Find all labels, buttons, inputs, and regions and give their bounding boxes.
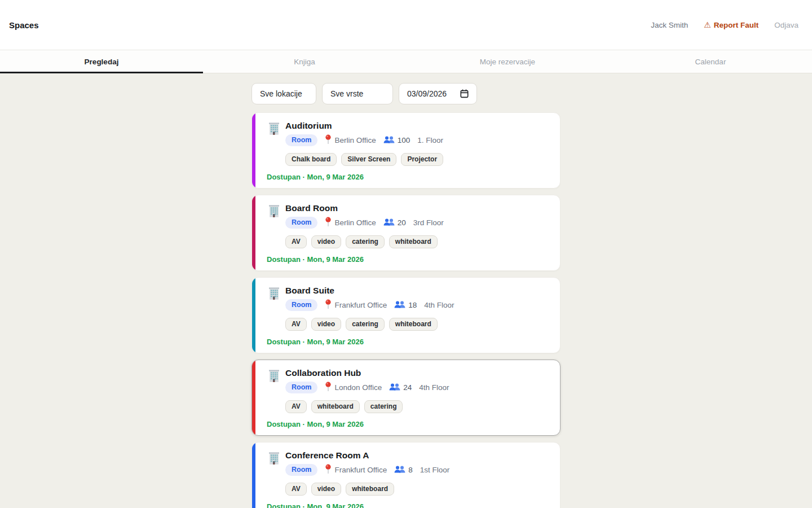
tab-calendar[interactable]: Calendar xyxy=(609,50,812,73)
room-tag: AV xyxy=(285,400,307,413)
room-tag: whiteboard xyxy=(346,483,394,496)
room-tag: whiteboard xyxy=(389,235,438,248)
filter-row: Sve lokacije Sve vrste 03/09/2026 xyxy=(251,83,561,104)
room-name: Collaboration Hub xyxy=(285,367,449,379)
room-tag: video xyxy=(311,318,341,331)
room-card[interactable]: Conference Room A Room Frankfurt Office … xyxy=(251,442,561,508)
room-accent-bar xyxy=(252,278,255,353)
capacity-icon xyxy=(394,301,405,310)
capacity-icon xyxy=(394,466,405,475)
room-card[interactable]: Board Room Room Berlin Office 20 xyxy=(251,195,561,271)
room-tag: whiteboard xyxy=(311,400,360,413)
room-location: Frankfurt Office xyxy=(334,466,387,474)
room-tag: catering xyxy=(346,235,385,248)
type-filter-select[interactable]: Sve vrste xyxy=(322,83,393,104)
room-floor: 4th Floor xyxy=(419,383,449,392)
location-pin-icon xyxy=(325,217,332,229)
room-tag: catering xyxy=(346,318,385,331)
room-capacity: 24 xyxy=(403,383,412,392)
room-card[interactable]: Board Suite Room Frankfurt Office 18 xyxy=(251,277,561,353)
room-status: Dostupan · Mon, 9 Mar 2026 xyxy=(267,338,549,346)
room-tag: whiteboard xyxy=(389,318,438,331)
room-name: Board Room xyxy=(285,203,444,214)
tab-label: Pregledaj xyxy=(85,58,119,66)
room-tag: video xyxy=(311,235,341,248)
room-status: Dostupan · Mon, 9 Mar 2026 xyxy=(267,502,549,508)
room-tags: AVvideocateringwhiteboard xyxy=(285,235,549,248)
type-filter-value: Sve vrste xyxy=(330,89,363,98)
room-floor: 1st Floor xyxy=(420,466,450,474)
room-floor: 4th Floor xyxy=(424,301,454,309)
header-actions: Jack Smith ⚠ Report Fault Odjava xyxy=(651,20,798,29)
building-icon xyxy=(267,121,281,136)
location-pin-icon xyxy=(325,134,332,146)
room-location: Berlin Office xyxy=(334,218,376,227)
location-pin-icon xyxy=(325,464,332,476)
room-name: Auditorium xyxy=(285,120,443,132)
room-tags: AVvideowhiteboard xyxy=(285,483,549,496)
report-fault-button[interactable]: ⚠ Report Fault xyxy=(704,20,758,29)
room-accent-bar xyxy=(252,360,255,435)
room-floor: 3rd Floor xyxy=(413,218,444,227)
tab-label: Moje rezervacije xyxy=(480,58,535,66)
room-floor: 1. Floor xyxy=(417,136,443,144)
room-capacity: 18 xyxy=(408,301,417,309)
tab-label: Calendar xyxy=(695,58,726,66)
capacity-icon xyxy=(383,218,395,227)
room-accent-bar xyxy=(252,113,255,188)
room-tags: Chalk boardSilver ScreenProjector xyxy=(285,153,549,166)
room-tags: AVwhiteboardcatering xyxy=(285,400,549,413)
room-name: Board Suite xyxy=(285,285,454,296)
app-title: Spaces xyxy=(9,20,39,30)
room-type-badge: Room xyxy=(285,382,317,393)
logout-link[interactable]: Odjava xyxy=(774,21,798,29)
report-fault-label: Report Fault xyxy=(714,21,759,29)
room-capacity: 100 xyxy=(398,136,411,144)
location-filter-value: Sve lokacije xyxy=(260,89,302,98)
room-tag: Silver Screen xyxy=(341,153,396,166)
tab-knjiga[interactable]: Knjiga xyxy=(203,50,406,73)
date-filter-input[interactable]: 03/09/2026 xyxy=(399,83,477,104)
capacity-icon xyxy=(383,136,395,145)
building-icon xyxy=(267,369,281,383)
room-tag: Chalk board xyxy=(285,153,337,166)
tab-moje-rezervacije[interactable]: Moje rezervacije xyxy=(406,50,609,73)
room-type-badge: Room xyxy=(285,464,317,476)
room-capacity: 20 xyxy=(398,218,406,227)
room-accent-bar xyxy=(252,195,255,270)
room-location: London Office xyxy=(334,383,382,392)
room-tag: AV xyxy=(285,318,307,331)
main-content: Sve lokacije Sve vrste 03/09/2026 xyxy=(251,73,561,508)
location-pin-icon xyxy=(325,382,332,393)
building-icon xyxy=(267,286,281,301)
room-list: Auditorium Room Berlin Office 100 xyxy=(251,112,561,508)
room-location: Berlin Office xyxy=(334,136,376,144)
room-type-badge: Room xyxy=(285,134,317,146)
app-header: Spaces Jack Smith ⚠ Report Fault Odjava xyxy=(0,0,812,50)
room-card[interactable]: Collaboration Hub Room London Office 24 xyxy=(251,360,561,436)
date-filter-value: 03/09/2026 xyxy=(407,89,447,98)
building-icon xyxy=(267,204,281,218)
room-tag: AV xyxy=(285,235,307,248)
room-status: Dostupan · Mon, 9 Mar 2026 xyxy=(267,173,549,181)
room-tags: AVvideocateringwhiteboard xyxy=(285,318,549,331)
room-capacity: 8 xyxy=(408,466,413,474)
building-icon xyxy=(267,451,281,466)
room-accent-bar xyxy=(252,443,255,508)
room-status: Dostupan · Mon, 9 Mar 2026 xyxy=(267,255,549,264)
tab-pregledaj[interactable]: Pregledaj xyxy=(0,50,203,73)
room-name: Conference Room A xyxy=(285,450,449,461)
room-tag: AV xyxy=(285,483,307,496)
user-name: Jack Smith xyxy=(651,21,688,29)
calendar-icon[interactable] xyxy=(460,89,469,98)
location-filter-select[interactable]: Sve lokacije xyxy=(251,83,316,104)
room-status: Dostupan · Mon, 9 Mar 2026 xyxy=(267,420,549,428)
room-type-badge: Room xyxy=(285,217,317,229)
room-location: Frankfurt Office xyxy=(334,301,387,309)
main-tabbar: Pregledaj Knjiga Moje rezervacije Calend… xyxy=(0,50,812,73)
location-pin-icon xyxy=(325,299,332,311)
room-tag: video xyxy=(311,483,341,496)
room-tag: catering xyxy=(364,400,403,413)
room-card[interactable]: Auditorium Room Berlin Office 100 xyxy=(251,112,561,189)
room-tag: Projector xyxy=(401,153,443,166)
